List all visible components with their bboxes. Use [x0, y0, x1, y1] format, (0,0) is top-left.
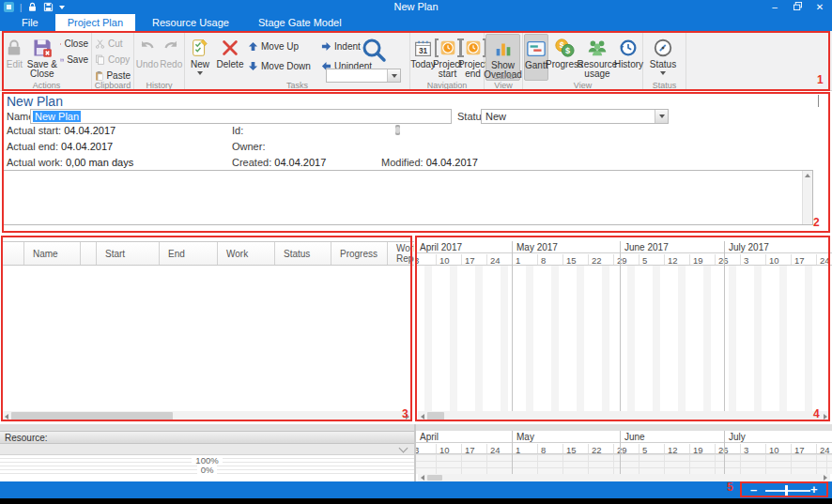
timeline-week-label: 8: [537, 254, 562, 265]
application-window: | New Plan – ✕ File Project Plan Resourc…: [0, 0, 832, 504]
restore-icon: [793, 2, 802, 10]
close-window-button[interactable]: ✕: [813, 1, 826, 13]
zoom-slider-thumb[interactable]: [785, 485, 788, 496]
scroll-left-icon[interactable]: [418, 411, 427, 421]
timeline-week-label: 24: [816, 444, 832, 453]
column-header-work[interactable]: Work: [218, 242, 275, 265]
close-button[interactable]: Close: [58, 37, 90, 51]
history-view-button[interactable]: History: [614, 34, 642, 81]
scroll-right-icon[interactable]: [821, 474, 830, 481]
close-red-icon: [60, 38, 61, 50]
timeline-week-label: 17: [791, 444, 816, 453]
column-header-empty1[interactable]: [2, 242, 24, 265]
actual-start-field: Actual start: 04.04.2017: [7, 125, 116, 136]
resource-usage-view-button[interactable]: Resource usage: [579, 34, 614, 81]
project-start-button[interactable]: Project start: [435, 34, 460, 81]
ribbon-group-gantt-view: Show Overload Gantt View: [485, 31, 523, 90]
zoom-out-button[interactable]: –: [750, 482, 757, 496]
status-bar: – +: [0, 481, 832, 498]
scrollbar-thumb[interactable]: [427, 412, 444, 420]
timeline-week-label: 3: [416, 444, 436, 453]
column-header-start[interactable]: Start: [97, 242, 160, 265]
timeline-week-label: 8: [537, 444, 562, 453]
name-input-value: New Plan: [33, 111, 81, 122]
timeline-week-label: 10: [765, 254, 791, 265]
timeline-week-label: 10: [436, 444, 461, 453]
minimize-button[interactable]: –: [768, 1, 781, 13]
tab-resource-usage[interactable]: Resource Usage: [140, 14, 241, 31]
column-header-name[interactable]: Name: [24, 242, 81, 265]
resource-timeline: AprilMayJuneJuly 31017241815222951219263…: [416, 424, 832, 481]
page-title: New Plan: [7, 94, 63, 109]
project-end-button[interactable]: Project end: [460, 34, 485, 81]
redo-icon: [161, 36, 181, 60]
tab-project-plan[interactable]: Project Plan: [55, 14, 135, 31]
resource-selector-row[interactable]: [0, 444, 414, 455]
notes-textarea[interactable]: [2, 170, 813, 225]
gantt-month-separator: [724, 241, 725, 411]
copy-icon: [95, 54, 105, 65]
column-header-empty2[interactable]: [81, 242, 97, 265]
screen-edge: [0, 498, 832, 504]
restore-button[interactable]: [791, 1, 804, 13]
timeline-week-label: 26: [715, 444, 740, 453]
resource-people-icon: [586, 36, 609, 60]
zoom-slider-track[interactable]: [765, 490, 810, 492]
collapse-panel-button[interactable]: [818, 96, 819, 107]
resource-label: Resource:: [5, 433, 48, 443]
resource-hscrollbar[interactable]: [418, 474, 830, 481]
scroll-right-icon[interactable]: [821, 411, 830, 421]
name-input[interactable]: New Plan: [30, 109, 452, 124]
title-bar: | New Plan – ✕: [0, 0, 832, 14]
cut-icon: [95, 38, 105, 49]
new-task-button[interactable]: New: [186, 34, 214, 81]
column-header-end[interactable]: End: [160, 242, 218, 265]
gantt-chart-area[interactable]: [416, 266, 832, 411]
timeline-month-label: May: [512, 431, 620, 442]
status-select[interactable]: New: [481, 109, 669, 124]
status-dropdown-icon[interactable]: [660, 71, 666, 75]
gantt-hscrollbar[interactable]: [418, 411, 830, 421]
calendar-today-icon: 31: [413, 36, 433, 60]
progress-coins-icon: $$: [553, 36, 576, 60]
search-button[interactable]: [360, 37, 388, 67]
gantt-month-separator: [512, 241, 513, 411]
scroll-left-icon[interactable]: [2, 411, 11, 421]
today-button[interactable]: 31 Today: [411, 34, 435, 81]
delete-task-button[interactable]: Delete: [214, 34, 246, 81]
column-header-status[interactable]: Status: [275, 242, 331, 265]
save-and-close-button[interactable]: Save & Close: [26, 34, 58, 81]
column-header-work-reported[interactable]: Work Reported: [388, 242, 414, 265]
resource-load-chart: 100% 0%: [0, 455, 414, 474]
scroll-left-icon[interactable]: [418, 474, 427, 481]
scroll-right-icon[interactable]: [403, 411, 412, 421]
ribbon-group-history: Undo Redo History: [134, 31, 185, 90]
resource-month-separator: [724, 431, 725, 474]
ribbon-group-status: Status Status: [643, 31, 686, 90]
move-down-button[interactable]: Move Down: [246, 59, 319, 73]
ribbon: Edit Save & Close Close Save Actions: [0, 31, 832, 91]
move-up-button[interactable]: Move Up: [246, 39, 319, 53]
zoom-in-button[interactable]: +: [810, 482, 818, 496]
status-button[interactable]: Status: [644, 34, 682, 81]
scrollbar-thumb[interactable]: [11, 412, 173, 420]
task-table-hscrollbar[interactable]: [2, 411, 412, 421]
status-select-button[interactable]: [655, 110, 668, 123]
timeline-week-label: 17: [461, 254, 486, 265]
svg-text:$: $: [565, 46, 570, 55]
gantt-view-button[interactable]: Gantt: [524, 34, 548, 81]
new-dropdown-icon[interactable]: [197, 71, 203, 75]
column-header-progress[interactable]: Progress: [331, 242, 388, 265]
save-button[interactable]: Save: [58, 53, 90, 67]
timeline-month-label: April: [416, 431, 512, 442]
notes-scrollbar[interactable]: [802, 171, 812, 224]
scrollbar-thumb[interactable]: [427, 475, 442, 481]
gantt-panel: April 2017May 2017June 2017July 2017 310…: [416, 237, 832, 422]
progress-view-button[interactable]: $$ Progress: [548, 34, 579, 81]
tab-stage-gate-model[interactable]: Stage Gate Model: [246, 14, 354, 31]
group-label-clipboard: Clipboard: [92, 81, 133, 90]
vertical-splitter[interactable]: [414, 424, 416, 481]
timeline-week-label: 12: [664, 254, 689, 265]
timeline-week-label: 19: [689, 444, 715, 453]
tab-file[interactable]: File: [9, 14, 51, 31]
